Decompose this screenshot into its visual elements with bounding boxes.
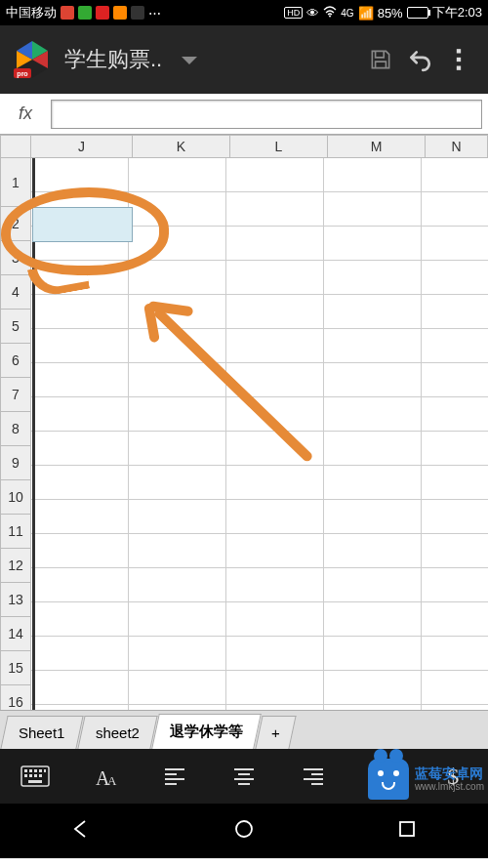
svg-rect-9: [457, 58, 461, 62]
col-header[interactable]: J: [31, 135, 133, 158]
svg-rect-18: [29, 774, 32, 777]
svg-point-36: [236, 821, 252, 837]
svg-rect-19: [34, 774, 37, 777]
nav-home-button[interactable]: [233, 818, 255, 844]
svg-rect-20: [39, 774, 42, 777]
col-header[interactable]: L: [230, 135, 328, 158]
select-all-corner[interactable]: [0, 135, 31, 158]
col-header[interactable]: M: [328, 135, 426, 158]
signal-icon: 📶: [358, 6, 374, 21]
row-header[interactable]: 15: [0, 651, 31, 685]
align-center-button[interactable]: [209, 749, 278, 804]
row-header[interactable]: 6: [0, 344, 31, 378]
sheet-tab-active[interactable]: 退学休学等: [151, 714, 262, 749]
selected-cell[interactable]: [32, 207, 133, 242]
battery-icon: [407, 7, 428, 19]
row-header[interactable]: 11: [0, 515, 31, 549]
app-toolbar: pro 学生购票..: [0, 25, 488, 94]
svg-text:A: A: [107, 773, 117, 788]
row-header[interactable]: 7: [0, 378, 31, 412]
spreadsheet-grid[interactable]: J K L M N 1 2 3 4 5 6 7 8 9 10 11 12 13 …: [0, 135, 488, 710]
row-header[interactable]: 2: [0, 207, 31, 241]
row-headers[interactable]: 1 2 3 4 5 6 7 8 9 10 11 12 13 14 15 16: [0, 158, 31, 710]
svg-rect-37: [400, 822, 414, 836]
carrier-label: 中国移动: [6, 4, 57, 21]
undo-button[interactable]: [400, 47, 439, 72]
status-icon: [78, 6, 92, 20]
align-left-button[interactable]: [140, 749, 209, 804]
col-header[interactable]: K: [133, 135, 230, 158]
sheet-tabs: Sheet1 sheet2 退学休学等 +: [0, 710, 488, 749]
column-headers[interactable]: J K L M N: [31, 135, 488, 158]
row-header[interactable]: 16: [0, 685, 31, 710]
svg-rect-8: [457, 49, 461, 53]
network-label: 4G: [341, 8, 353, 19]
row-header[interactable]: 9: [0, 446, 31, 480]
watermark-title: 蓝莓安卓网: [415, 766, 484, 781]
status-icon: [113, 6, 127, 20]
watermark-icon: [368, 759, 409, 800]
col-header[interactable]: N: [426, 135, 488, 158]
status-icon: [96, 6, 109, 20]
font-button[interactable]: AA: [69, 749, 139, 804]
sheet-tab[interactable]: sheet2: [77, 716, 157, 749]
row-header[interactable]: 13: [0, 583, 31, 617]
status-bar: 中国移动 ⋯ HD 👁 4G 📶 85% 下午2:03: [0, 0, 488, 25]
menu-button[interactable]: [439, 47, 478, 72]
svg-text:pro: pro: [17, 70, 27, 78]
row-header[interactable]: 10: [0, 480, 31, 515]
wifi-icon: [323, 6, 337, 21]
svg-point-0: [329, 15, 331, 17]
row-header[interactable]: 12: [0, 549, 31, 583]
row-header[interactable]: 3: [0, 241, 31, 275]
hd-icon: HD: [284, 7, 303, 19]
dropdown-icon: [182, 57, 197, 64]
row-header[interactable]: 5: [0, 310, 31, 344]
svg-rect-16: [44, 769, 46, 772]
battery-pct: 85%: [378, 6, 403, 21]
row-header[interactable]: 8: [0, 412, 31, 446]
svg-rect-21: [28, 780, 42, 783]
status-icon: [61, 6, 74, 20]
add-sheet-button[interactable]: +: [255, 716, 296, 749]
document-title[interactable]: 学生购票..: [64, 45, 361, 74]
app-logo-icon[interactable]: pro: [10, 37, 55, 82]
row-header[interactable]: 14: [0, 617, 31, 651]
svg-rect-10: [457, 66, 461, 70]
nav-back-button[interactable]: [70, 818, 92, 844]
svg-rect-17: [24, 774, 27, 777]
svg-rect-14: [34, 769, 37, 772]
more-icon: ⋯: [148, 6, 161, 21]
status-icon: [131, 6, 144, 20]
save-button[interactable]: [361, 47, 400, 72]
align-right-button[interactable]: [279, 749, 348, 804]
clock-label: 下午2:03: [432, 4, 482, 21]
sheet-tab[interactable]: Sheet1: [0, 716, 83, 749]
android-nav-bar: 蓝莓安卓网 www.lmkjst.com: [0, 804, 488, 858]
formula-bar: fx: [0, 94, 488, 135]
svg-rect-12: [24, 769, 27, 772]
row-header[interactable]: 1: [0, 158, 31, 207]
watermark-url: www.lmkjst.com: [415, 781, 484, 792]
keyboard-button[interactable]: [0, 749, 69, 804]
svg-rect-13: [29, 769, 32, 772]
fx-label: fx: [6, 103, 45, 124]
svg-rect-15: [39, 769, 42, 772]
watermark: 蓝莓安卓网 www.lmkjst.com: [368, 759, 484, 800]
nav-recent-button[interactable]: [396, 818, 418, 844]
eye-icon: 👁: [306, 6, 319, 21]
row-header[interactable]: 4: [0, 275, 31, 310]
formula-input[interactable]: [51, 100, 482, 129]
